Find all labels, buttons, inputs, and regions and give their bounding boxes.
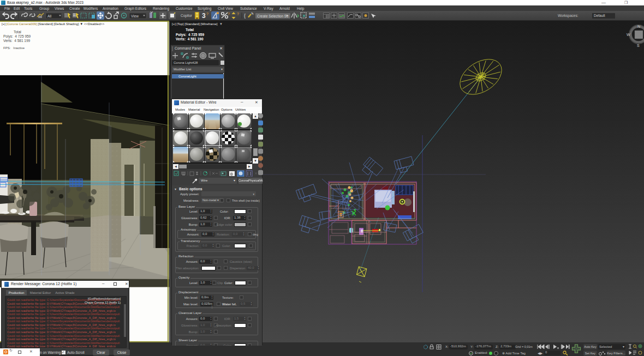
svg-text:?: ? — [206, 12, 208, 16]
svg-text:{: { — [244, 13, 246, 19]
svg-text:S: S — [637, 44, 640, 47]
svg-text:?: ? — [237, 12, 239, 16]
svg-text:✎: ✎ — [251, 12, 254, 15]
svg-text:Create Selection Se: Create Selection Se — [257, 14, 289, 18]
svg-text:N: N — [637, 25, 640, 28]
svg-text:3: 3 — [202, 12, 206, 20]
svg-text:0: 0 — [230, 172, 233, 177]
svg-text:All: All — [47, 14, 52, 18]
svg-text:W: W — [627, 33, 630, 37]
svg-text:Copitor: Copitor — [181, 14, 193, 18]
svg-text:?: ? — [228, 12, 230, 16]
svg-text:View: View — [131, 14, 139, 18]
